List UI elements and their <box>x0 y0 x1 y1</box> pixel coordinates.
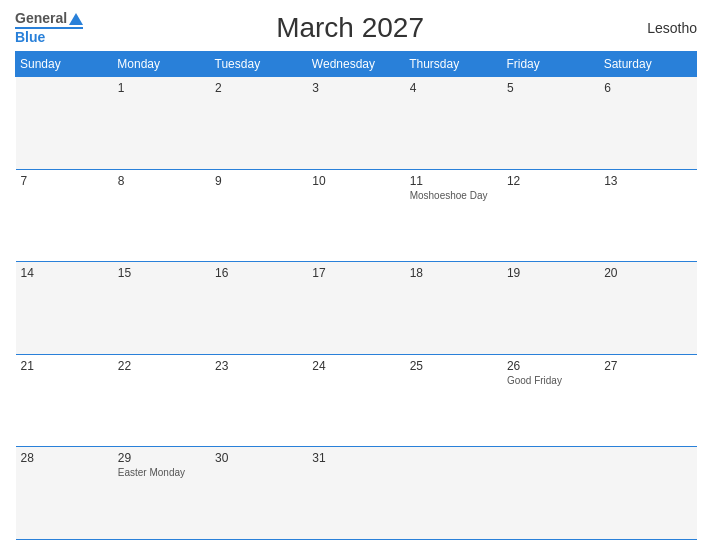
calendar-day-cell: 4 <box>405 77 502 170</box>
day-number: 14 <box>21 266 108 280</box>
calendar-day-cell: 30 <box>210 447 307 540</box>
calendar-day-cell <box>502 447 599 540</box>
day-number: 19 <box>507 266 594 280</box>
day-number: 11 <box>410 174 497 188</box>
day-number: 4 <box>410 81 497 95</box>
day-number: 3 <box>312 81 399 95</box>
day-number: 1 <box>118 81 205 95</box>
logo-blue-text: Blue <box>15 29 83 45</box>
calendar-day-cell: 11Moshoeshoe Day <box>405 169 502 262</box>
day-number: 30 <box>215 451 302 465</box>
calendar-week-row: 212223242526Good Friday27 <box>16 354 697 447</box>
calendar-week-row: 14151617181920 <box>16 262 697 355</box>
weekday-header-row: Sunday Monday Tuesday Wednesday Thursday… <box>16 52 697 77</box>
logo-general-text: General <box>15 10 67 26</box>
calendar-title: March 2027 <box>83 12 617 44</box>
header-wednesday: Wednesday <box>307 52 404 77</box>
country-name: Lesotho <box>617 20 697 36</box>
calendar-day-cell: 23 <box>210 354 307 447</box>
day-number: 9 <box>215 174 302 188</box>
calendar-day-cell: 26Good Friday <box>502 354 599 447</box>
calendar-day-cell: 9 <box>210 169 307 262</box>
calendar-day-cell <box>405 447 502 540</box>
day-number: 18 <box>410 266 497 280</box>
calendar-day-cell: 29Easter Monday <box>113 447 210 540</box>
day-number: 5 <box>507 81 594 95</box>
calendar-day-cell: 5 <box>502 77 599 170</box>
day-number: 24 <box>312 359 399 373</box>
calendar-day-cell: 6 <box>599 77 696 170</box>
calendar-day-cell: 10 <box>307 169 404 262</box>
calendar-day-cell: 1 <box>113 77 210 170</box>
calendar-day-cell: 22 <box>113 354 210 447</box>
calendar-day-cell: 28 <box>16 447 113 540</box>
day-number: 31 <box>312 451 399 465</box>
calendar-day-cell: 3 <box>307 77 404 170</box>
calendar-day-cell: 17 <box>307 262 404 355</box>
calendar-day-cell: 7 <box>16 169 113 262</box>
calendar-week-row: 2829Easter Monday3031 <box>16 447 697 540</box>
calendar-day-cell: 15 <box>113 262 210 355</box>
calendar-header: General Blue March 2027 Lesotho <box>15 10 697 45</box>
holiday-name: Easter Monday <box>118 467 205 478</box>
day-number: 25 <box>410 359 497 373</box>
calendar-day-cell: 27 <box>599 354 696 447</box>
day-number: 13 <box>604 174 691 188</box>
day-number: 7 <box>21 174 108 188</box>
day-number: 17 <box>312 266 399 280</box>
holiday-name: Moshoeshoe Day <box>410 190 497 201</box>
day-number: 21 <box>21 359 108 373</box>
day-number: 29 <box>118 451 205 465</box>
day-number: 20 <box>604 266 691 280</box>
header-tuesday: Tuesday <box>210 52 307 77</box>
header-thursday: Thursday <box>405 52 502 77</box>
day-number: 26 <box>507 359 594 373</box>
calendar-body: 1234567891011Moshoeshoe Day1213141516171… <box>16 77 697 540</box>
calendar-day-cell: 13 <box>599 169 696 262</box>
day-number: 15 <box>118 266 205 280</box>
calendar-day-cell: 31 <box>307 447 404 540</box>
calendar-day-cell <box>16 77 113 170</box>
calendar-day-cell: 21 <box>16 354 113 447</box>
day-number: 16 <box>215 266 302 280</box>
calendar-day-cell: 12 <box>502 169 599 262</box>
calendar-day-cell <box>599 447 696 540</box>
day-number: 10 <box>312 174 399 188</box>
logo-triangle-icon <box>69 13 83 25</box>
calendar-day-cell: 25 <box>405 354 502 447</box>
calendar-day-cell: 19 <box>502 262 599 355</box>
calendar-day-cell: 18 <box>405 262 502 355</box>
day-number: 12 <box>507 174 594 188</box>
calendar-day-cell: 16 <box>210 262 307 355</box>
calendar-week-row: 123456 <box>16 77 697 170</box>
calendar-day-cell: 2 <box>210 77 307 170</box>
holiday-name: Good Friday <box>507 375 594 386</box>
calendar-week-row: 7891011Moshoeshoe Day1213 <box>16 169 697 262</box>
day-number: 27 <box>604 359 691 373</box>
day-number: 8 <box>118 174 205 188</box>
day-number: 22 <box>118 359 205 373</box>
header-saturday: Saturday <box>599 52 696 77</box>
day-number: 23 <box>215 359 302 373</box>
day-number: 2 <box>215 81 302 95</box>
calendar-table: Sunday Monday Tuesday Wednesday Thursday… <box>15 51 697 540</box>
logo: General Blue <box>15 10 83 45</box>
day-number: 6 <box>604 81 691 95</box>
header-sunday: Sunday <box>16 52 113 77</box>
calendar-day-cell: 20 <box>599 262 696 355</box>
calendar-day-cell: 8 <box>113 169 210 262</box>
header-monday: Monday <box>113 52 210 77</box>
header-friday: Friday <box>502 52 599 77</box>
calendar-day-cell: 14 <box>16 262 113 355</box>
calendar-day-cell: 24 <box>307 354 404 447</box>
day-number: 28 <box>21 451 108 465</box>
